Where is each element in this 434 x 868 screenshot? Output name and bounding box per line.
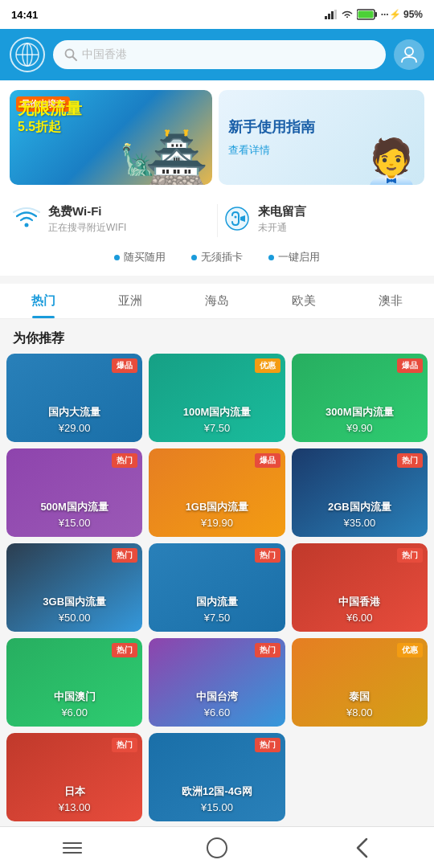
product-name: 泰国 [349, 690, 370, 704]
banner-area: 易价出境套 无限流量 5.5折起 🏯 🗽 新手使用指南 查看详情 🧑‍💼 [0, 80, 434, 193]
product-price: ¥35.00 [343, 517, 375, 529]
product-card[interactable]: 热门欧洲12国-4G网¥15.00 [149, 733, 285, 821]
banner-figure-icon: 🧑‍💼 [363, 140, 420, 185]
product-card[interactable]: 爆品国内大流量¥29.00 [6, 354, 142, 442]
product-badge: 优惠 [397, 643, 423, 657]
product-price: ¥15.00 [59, 517, 91, 529]
battery-percent: ···⚡ 95% [381, 9, 423, 20]
product-name: 300M国内流量 [326, 406, 394, 420]
product-badge: 热门 [255, 738, 280, 752]
tab-island[interactable]: 海岛 [174, 284, 260, 318]
product-name: 2GB国内流量 [328, 501, 391, 514]
product-name: 中国台湾 [196, 690, 238, 704]
back-button[interactable] [338, 833, 386, 863]
svg-rect-6 [358, 11, 373, 18]
product-name: 国内流量 [196, 596, 238, 609]
product-card[interactable]: 热门500M国内流量¥15.00 [6, 448, 142, 537]
product-badge: 优惠 [255, 358, 280, 373]
svg-rect-3 [334, 10, 337, 19]
product-name: 3GB国内流量 [43, 596, 106, 609]
status-icons: ···⚡ 95% [325, 9, 423, 20]
search-bar[interactable]: 中国香港 [53, 40, 386, 69]
product-badge: 热门 [112, 548, 137, 563]
wifi-status-icon [341, 10, 354, 19]
product-card[interactable]: 热门国内流量¥7.50 [149, 543, 285, 632]
banner-discount[interactable]: 易价出境套 无限流量 5.5折起 🏯 🗽 [10, 90, 212, 185]
banner-statue-icon: 🗽 [120, 143, 156, 177]
app-logo[interactable] [10, 37, 45, 72]
svg-rect-1 [328, 14, 330, 19]
wifi-feature-icon [13, 206, 40, 228]
banner-guide[interactable]: 新手使用指南 查看详情 🧑‍💼 [219, 90, 424, 185]
product-card[interactable]: 热门3GB国内流量¥50.00 [6, 543, 142, 632]
feature-divider [217, 204, 218, 237]
search-placeholder: 中国香港 [82, 47, 127, 62]
svg-rect-5 [375, 12, 377, 17]
product-badge: 热门 [397, 548, 423, 563]
tab-hot[interactable]: 热门 [0, 284, 87, 318]
product-price: ¥13.00 [59, 801, 91, 813]
product-card[interactable]: 优惠100M国内流量¥7.50 [149, 354, 285, 442]
product-price: ¥6.00 [61, 706, 88, 719]
tab-asia[interactable]: 亚洲 [87, 284, 174, 318]
category-tabs: 热门 亚洲 海岛 欧美 澳非 [0, 284, 434, 319]
logo-icon [14, 42, 40, 68]
bottom-nav [0, 826, 434, 868]
banner-guide-title: 新手使用指南 [228, 117, 315, 137]
home-button[interactable] [193, 833, 241, 863]
product-card[interactable]: 爆品300M国内流量¥9.90 [292, 354, 428, 442]
product-card[interactable]: 热门中国香港¥6.00 [292, 543, 428, 632]
product-card[interactable]: 热门中国澳门¥6.00 [6, 638, 142, 727]
product-name: 中国澳门 [54, 690, 96, 704]
product-name: 100M国内流量 [183, 406, 252, 420]
product-price: ¥29.00 [59, 422, 91, 434]
product-card[interactable]: 热门2GB国内流量¥35.00 [292, 448, 428, 537]
product-badge: 热门 [255, 643, 280, 657]
product-name: 国内大流量 [48, 406, 100, 420]
tab-oceania[interactable]: 澳非 [347, 284, 434, 318]
battery-icon [357, 9, 378, 20]
user-avatar[interactable] [394, 39, 424, 70]
home-circle-icon [207, 837, 227, 858]
phone-icon [224, 206, 250, 237]
feature-wifi[interactable]: 免费Wi-Fi 正在搜寻附近WIFI [13, 204, 211, 237]
product-price: ¥6.00 [346, 612, 373, 624]
back-icon [355, 837, 368, 858]
tag-0: 随买随用 [114, 250, 166, 264]
product-price: ¥8.00 [346, 706, 373, 719]
feature-voicemail[interactable]: 来电留言 未开通 [224, 204, 422, 237]
product-price: ¥19.90 [201, 517, 233, 529]
section-title: 为你推荐 [0, 319, 434, 354]
svg-rect-0 [325, 16, 327, 19]
signal-icon [325, 10, 338, 19]
product-card[interactable]: 热门中国台湾¥6.60 [149, 638, 285, 727]
app-header: 中国香港 [0, 29, 434, 80]
tag-1: 无须插卡 [191, 250, 243, 264]
tags-row: 随买随用 无须插卡 一键启用 [0, 244, 434, 276]
product-card[interactable]: 爆品1GB国内流量¥19.90 [149, 448, 285, 537]
svg-point-16 [234, 216, 236, 219]
tag-dot-1 [191, 255, 197, 260]
product-card[interactable]: 优惠泰国¥8.00 [292, 638, 428, 727]
tab-europe[interactable]: 欧美 [260, 284, 347, 318]
svg-rect-2 [331, 11, 334, 19]
feature-wifi-text: 免费Wi-Fi 正在搜寻附近WIFI [48, 204, 126, 235]
svg-point-13 [405, 47, 413, 55]
product-price: ¥50.00 [59, 612, 91, 624]
product-badge: 热门 [112, 453, 137, 468]
product-price: ¥7.50 [204, 422, 231, 434]
banner-discount-text: 无限流量 5.5折起 [18, 98, 82, 136]
search-icon [64, 48, 77, 61]
product-badge: 爆品 [112, 358, 137, 373]
menu-button[interactable] [48, 833, 96, 863]
features-row: 免费Wi-Fi 正在搜寻附近WIFI 来电留言 未开通 [0, 193, 434, 244]
product-badge: 爆品 [397, 358, 423, 373]
feature-voicemail-text: 来电留言 未开通 [258, 204, 306, 235]
tag-dot-2 [268, 255, 274, 260]
product-badge: 爆品 [255, 453, 280, 468]
products-grid: 爆品国内大流量¥29.00优惠100M国内流量¥7.50爆品300M国内流量¥9… [0, 354, 434, 828]
svg-point-14 [25, 223, 29, 227]
product-name: 500M国内流量 [40, 501, 108, 514]
svg-line-12 [73, 57, 77, 61]
product-card[interactable]: 热门日本¥13.00 [6, 733, 142, 821]
